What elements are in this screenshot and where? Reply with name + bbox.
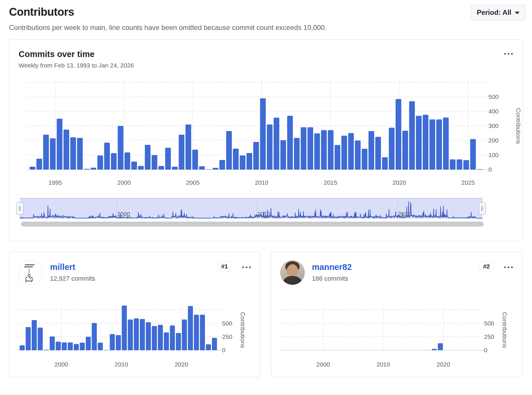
svg-text:2010: 2010 <box>115 361 128 368</box>
contributor-commit-count: 12,927 commits <box>50 275 95 282</box>
avatar[interactable] <box>18 260 43 285</box>
contributor-username-link[interactable]: manner82 <box>312 262 352 272</box>
contributor-menu-kebab-icon[interactable] <box>502 265 515 270</box>
svg-text:2020: 2020 <box>175 361 188 368</box>
svg-text:2010: 2010 <box>255 179 269 186</box>
avatar[interactable] <box>280 260 305 285</box>
svg-text:0: 0 <box>488 166 492 173</box>
svg-text:2000: 2000 <box>316 361 330 368</box>
svg-text:0: 0 <box>484 347 488 353</box>
card-date-range: Weekly from Feb 13, 1993 to Jan 24, 2026 <box>19 62 514 69</box>
svg-text:Contributions: Contributions <box>240 312 246 348</box>
chevron-down-icon <box>515 12 519 14</box>
brush-right-handle-grip-icon[interactable] <box>479 202 486 215</box>
contributor-menu-kebab-icon[interactable] <box>240 265 253 270</box>
contributor-username-link[interactable]: millert <box>50 262 75 272</box>
contributor-meta: millert 12,927 commits <box>50 260 95 282</box>
svg-text:2005: 2005 <box>186 179 200 186</box>
commits-over-time-bar-chart[interactable]: 0100200300400500199520002005201020152020… <box>19 71 526 188</box>
contributor-header: millert 12,927 commits #1 <box>9 252 260 285</box>
comic-avatar-image <box>18 260 43 285</box>
svg-text:250: 250 <box>484 333 494 340</box>
page-title: Contributors <box>9 6 523 18</box>
svg-text:100: 100 <box>488 152 499 158</box>
svg-text:400: 400 <box>488 108 499 115</box>
svg-text:1995: 1995 <box>49 179 62 186</box>
svg-text:Contributions: Contributions <box>501 312 508 348</box>
manner82-contributions-chart[interactable]: 0250500200020102020Contributions <box>275 289 514 376</box>
brush-left-handle-grip-icon[interactable] <box>17 202 24 215</box>
contributor-card-manner82: manner82 186 commits #2 0250500200020102… <box>271 252 522 377</box>
svg-text:500: 500 <box>484 320 494 327</box>
rank-badge: #2 <box>479 261 494 272</box>
svg-text:2000: 2000 <box>54 361 68 368</box>
svg-text:2010: 2010 <box>376 361 390 368</box>
svg-text:2025: 2025 <box>461 179 475 186</box>
brush-minimap-line <box>20 198 483 219</box>
svg-text:500: 500 <box>222 320 232 327</box>
svg-text:300: 300 <box>488 122 499 129</box>
brush-year-label: 2010 <box>257 211 270 218</box>
svg-text:2020: 2020 <box>392 179 406 186</box>
svg-text:2015: 2015 <box>324 179 337 186</box>
brush-gridline-2010 <box>257 198 257 219</box>
card-menu-kebab-icon[interactable] <box>502 51 515 56</box>
page-subtitle: Contributions per week to main, line cou… <box>9 24 523 32</box>
svg-text:2000: 2000 <box>117 179 131 186</box>
brush-scrollbar[interactable] <box>21 222 484 227</box>
contributor-card-millert: millert 12,927 commits #1 02505002000201… <box>9 252 260 377</box>
period-filter-button[interactable]: Period: All <box>471 5 526 20</box>
svg-text:200: 200 <box>488 137 499 144</box>
svg-text:0: 0 <box>222 347 226 353</box>
card-title: Commits over time <box>19 49 514 59</box>
brush-year-label: 2020 <box>398 211 411 218</box>
svg-text:500: 500 <box>488 93 499 100</box>
svg-text:2020: 2020 <box>437 361 450 368</box>
contributors-page: Contributors Contributions per week to m… <box>0 0 532 377</box>
period-filter-label: Period: All <box>477 8 511 17</box>
contributor-commit-count: 186 commits <box>312 275 352 282</box>
millert-contributions-chart[interactable]: 0250500200020102020Contributions <box>13 289 252 376</box>
time-range-brush: 2000 2010 2020 <box>20 198 483 227</box>
rank-badge: #1 <box>217 261 232 272</box>
brush-gridline-2000 <box>117 198 117 219</box>
contributor-meta: manner82 186 commits <box>312 260 352 282</box>
page-header: Contributors Contributions per week to m… <box>9 6 523 32</box>
svg-text:250: 250 <box>222 333 232 340</box>
contributor-header: manner82 186 commits #2 <box>271 252 522 285</box>
brush-selection-area[interactable]: 2000 2010 2020 <box>20 198 483 219</box>
brush-gridline-2020 <box>397 198 398 219</box>
commits-over-time-card: Commits over time Weekly from Feb 13, 19… <box>9 39 523 241</box>
top-contributors-row: millert 12,927 commits #1 02505002000201… <box>9 252 523 377</box>
brush-year-label: 2000 <box>117 211 130 218</box>
svg-text:Contributions: Contributions <box>515 108 522 144</box>
